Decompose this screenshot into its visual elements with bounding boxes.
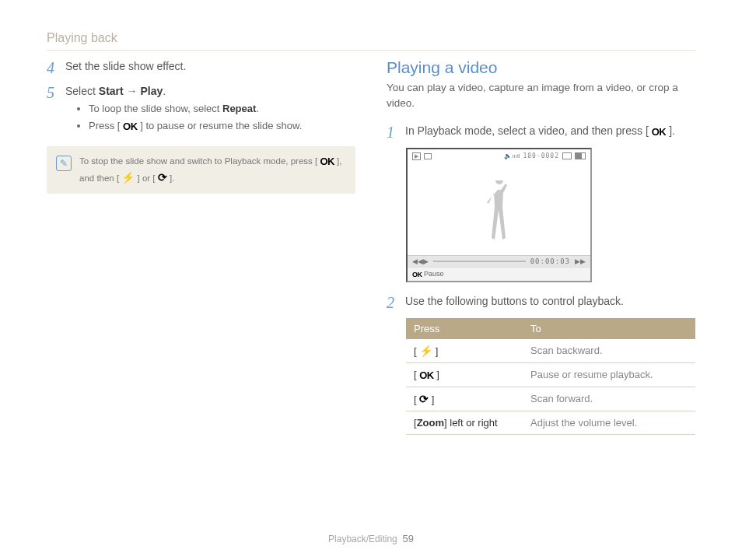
cell-key: [ ⟳ ] [406, 387, 523, 411]
step-2: 2 Use the following buttons to control p… [387, 293, 695, 312]
cell-to: Scan backward. [523, 339, 695, 363]
step-number: 2 [387, 293, 397, 312]
note-box: ✎ To stop the slide show and switch to P… [47, 146, 355, 194]
step-number: 1 [387, 123, 397, 142]
step-text: Select Start → Play. To loop the slide s… [65, 83, 302, 138]
bold: Play [141, 85, 163, 97]
text: In Playback mode, select a video, and th… [405, 124, 652, 137]
chapter-name: Playback/Editing [328, 534, 397, 544]
bold: Zoom [417, 417, 444, 429]
step-text: In Playback mode, select a video, and th… [405, 123, 675, 142]
th-to: To [523, 318, 695, 339]
ok-icon: OK [419, 369, 434, 381]
sub-desc: You can play a video, capture an image f… [387, 80, 695, 112]
note-icon: ✎ [56, 156, 72, 171]
table-row: [ ⚡ ] Scan backward. [406, 339, 695, 363]
text: Select [65, 85, 99, 97]
text: ] left or right [444, 417, 498, 429]
memory-icon [562, 152, 572, 159]
table-row: [Zoom] left or right Adjust the volume l… [406, 411, 695, 434]
right-column: Playing a video You can play a video, ca… [387, 58, 695, 435]
page-number: 59 [402, 533, 413, 544]
video-preview: ▶ 🔈ıııll 100-0002 [406, 148, 592, 282]
text: ] or [ [135, 173, 157, 183]
bullet-item: To loop the slide show, select Repeat. [89, 101, 302, 117]
video-body [408, 163, 590, 255]
table-row: [ OK ] Pause or resume playback. [406, 362, 695, 387]
rewind-icon: ◀◀ [412, 257, 423, 265]
cell-to: Scan forward. [523, 387, 695, 411]
thumbnail-icon [424, 153, 432, 159]
text: To stop the slide show and switch to Pla… [79, 156, 320, 166]
left-column: 4 Set the slide show effect. 5 Select St… [47, 58, 355, 435]
text: ]. [666, 124, 675, 137]
th-press: Press [406, 318, 523, 339]
flash-icon: ⚡ [121, 170, 135, 186]
text: Press [ [89, 120, 123, 131]
text: . [163, 85, 166, 97]
page-footer: Playback/Editing 59 [0, 533, 742, 544]
bold: Repeat [222, 103, 256, 114]
ok-icon: OK [652, 124, 667, 140]
bullet-list: To loop the slide show, select Repeat. P… [65, 101, 302, 134]
forward-icon: ▶▶ [575, 257, 586, 265]
battery-icon [575, 152, 586, 159]
timer-icon: ⟳ [158, 170, 167, 186]
controls-table: Press To [ ⚡ ] Scan backward. [ OK ] Pau… [406, 318, 695, 435]
volume-icon: 🔈ıııll [504, 152, 520, 159]
step-number: 4 [47, 58, 58, 77]
step-text: Set the slide show effect. [65, 58, 186, 77]
time-counter: 00:00:03 [530, 257, 570, 265]
subheading: Playing a video [387, 58, 695, 77]
video-controls: ◀◀ ▶ 00:00:03 ▶▶ [408, 255, 590, 267]
text: ] to pause or resume the slide show. [138, 120, 303, 131]
table-row: [ ⟳ ] Scan forward. [406, 387, 695, 411]
person-silhouette [484, 180, 515, 255]
step-4: 4 Set the slide show effect. [47, 58, 355, 77]
cell-key: [Zoom] left or right [406, 411, 523, 434]
ok-icon: OK [123, 119, 138, 135]
table-header-row: Press To [406, 318, 695, 339]
step-text: Use the following buttons to control pla… [405, 293, 624, 312]
ok-icon: OK [412, 271, 422, 278]
bullet-item: Press [ OK ] to pause or resume the slid… [89, 118, 302, 135]
note-text: To stop the slide show and switch to Pla… [79, 154, 346, 186]
ok-icon: OK [320, 154, 334, 170]
play-mode-icon: ▶ [412, 152, 421, 160]
timer-icon: ⟳ [419, 393, 429, 405]
cell-key: [ ⚡ ] [406, 339, 523, 363]
step-1: 1 In Playback mode, select a video, and … [387, 123, 695, 142]
cell-to: Pause or resume playback. [523, 362, 695, 387]
progress-bar [433, 261, 526, 262]
bold: Start [99, 85, 124, 97]
folder-number: 100-0002 [523, 152, 559, 159]
arrow: → [124, 85, 141, 97]
video-ok-label: OK Pause [408, 267, 590, 281]
text: To loop the slide show, select [89, 103, 222, 114]
text: . [256, 103, 259, 114]
cell-key: [ OK ] [406, 362, 523, 387]
text: ]. [167, 173, 175, 183]
play-icon: ▶ [423, 257, 429, 265]
step-number: 5 [47, 83, 58, 138]
flash-icon: ⚡ [419, 345, 432, 357]
video-top-bar: ▶ 🔈ıııll 100-0002 [408, 149, 590, 163]
label: Pause [424, 270, 444, 278]
section-header: Playing back [47, 31, 695, 51]
cell-to: Adjust the volume level. [523, 411, 695, 434]
step-5: 5 Select Start → Play. To loop the slide… [47, 83, 355, 138]
